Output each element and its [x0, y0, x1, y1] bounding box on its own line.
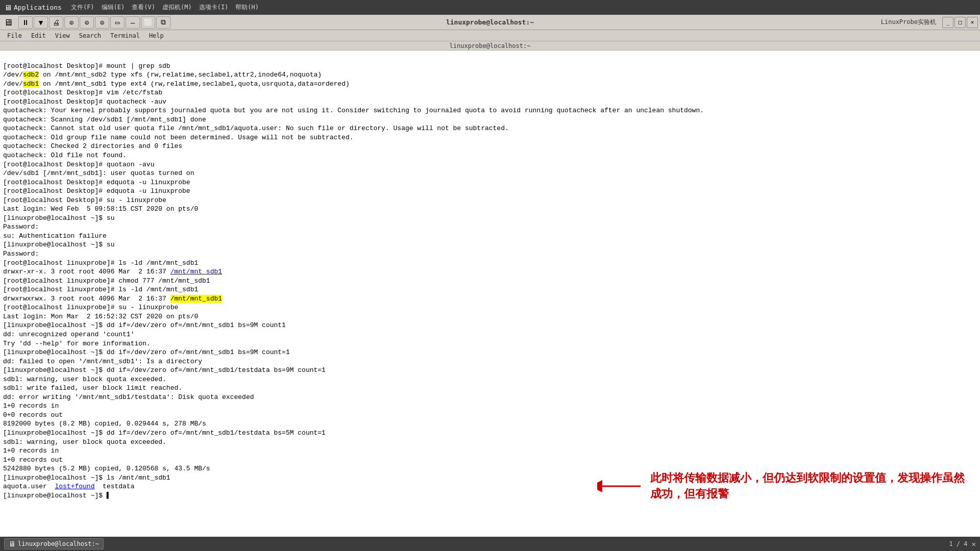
menu-file[interactable]: File [3, 32, 26, 40]
screen2-button[interactable]: — [126, 16, 140, 29]
app-menubar: File Edit View Search Terminal Help [0, 30, 980, 41]
window-controls: _ □ ✕ [942, 17, 980, 28]
system-info: LinuxProbe实验机 [875, 18, 942, 27]
menu-edit-ch[interactable]: 编辑(E) [99, 2, 128, 13]
top-menubar: 🖥 Applications 文件(F) 编辑(E) 查看(V) 虚拟机(M) … [0, 0, 980, 15]
screen1-button[interactable]: ▭ [110, 16, 125, 29]
terminal-taskbar-icon: 🖥 [9, 540, 16, 548]
pause-dropdown[interactable]: ▼ [34, 16, 48, 29]
taskbar-close-icon[interactable]: ✕ [972, 540, 976, 548]
clock1-button[interactable]: ⊙ [64, 16, 79, 29]
clock2-button[interactable]: ⊙ [80, 16, 94, 29]
page-number: 1 / 4 [949, 540, 967, 547]
menu-search[interactable]: Search [75, 32, 105, 40]
taskbar-terminal-item[interactable]: 🖥 linuxprobe@localhost:~ [4, 538, 104, 549]
app-icon: 🖥 [4, 3, 12, 12]
screen3-button[interactable]: ⬜ [141, 16, 155, 29]
window-titlebar: 🖥 ⏸ ▼ 🖨 ⊙ ⊙ ⊙ ▭ — ⬜ ⧉ linuxprobe@localho… [0, 15, 980, 30]
menu-help[interactable]: Help [145, 32, 168, 40]
terminal-output[interactable]: [root@localhost Desktop]# mount | grep s… [0, 51, 980, 537]
menu-help-ch[interactable]: 帮助(H) [232, 2, 262, 13]
terminal-wrapper: [root@localhost Desktop]# mount | grep s… [0, 51, 980, 537]
terminal-tab-title: linuxprobe@localhost:~ [0, 41, 980, 51]
system-name: LinuxProbe实验机 [881, 18, 936, 27]
top-menu-items: 文件(F) 编辑(E) 查看(V) 虚拟机(M) 选项卡(I) 帮助(H) [68, 2, 262, 13]
close-button[interactable]: ✕ [967, 17, 978, 28]
term-line: [root@localhost Desktop]# mount | grep s… [3, 62, 704, 499]
menu-tab-ch[interactable]: 选项卡(I) [196, 2, 232, 13]
menu-edit[interactable]: Edit [27, 32, 50, 40]
taskbar-label: linuxprobe@localhost:~ [18, 540, 99, 547]
window-title: linuxprobe@localhost:~ [446, 18, 534, 26]
window-app-icon: 🖥 [0, 15, 16, 30]
maximize-button[interactable]: □ [954, 17, 966, 28]
applications-label[interactable]: Applications [14, 4, 62, 11]
taskbar: 🖥 linuxprobe@localhost:~ 1 / 4 ✕ [0, 537, 980, 551]
menu-file-ch[interactable]: 文件(F) [68, 2, 97, 13]
menu-terminal[interactable]: Terminal [106, 32, 144, 40]
toolbar-icons: ⏸ ▼ 🖨 ⊙ ⊙ ⊙ ▭ — ⬜ ⧉ [16, 16, 875, 29]
menu-vm-ch[interactable]: 虚拟机(M) [159, 2, 195, 13]
pause-button[interactable]: ⏸ [18, 16, 33, 29]
menu-view-ch[interactable]: 查看(V) [129, 2, 158, 13]
print-button[interactable]: 🖨 [49, 16, 63, 29]
minimize-button[interactable]: _ [942, 17, 953, 28]
screen4-button[interactable]: ⧉ [156, 16, 170, 29]
clock3-button[interactable]: ⊙ [95, 16, 109, 29]
applications-menu[interactable]: 🖥 Applications [4, 3, 62, 12]
menu-view[interactable]: View [51, 32, 74, 40]
